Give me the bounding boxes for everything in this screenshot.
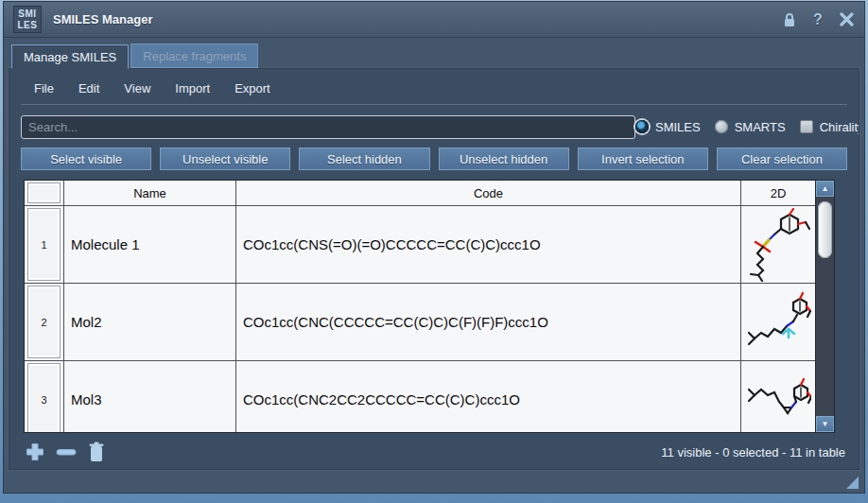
delete-rows-button trash-icon[interactable] bbox=[87, 441, 106, 463]
name-cell[interactable]: Mol3 bbox=[64, 361, 236, 433]
preview-cell bbox=[741, 284, 815, 361]
titlebar: SMI LES SMILES Manager ? bbox=[4, 2, 864, 38]
radio-smarts-label: SMARTS bbox=[735, 120, 786, 134]
status-text: 11 visible - 0 selected - 11 in table bbox=[106, 445, 845, 460]
menu-item-edit[interactable]: Edit bbox=[78, 81, 99, 95]
table-row: 2 Mol2 COc1cc(CNC(CCCCC=CC(C)C)C(F)(F)F)… bbox=[25, 284, 815, 361]
checkbox-chirality[interactable] bbox=[800, 120, 813, 133]
menu-separator bbox=[21, 104, 847, 105]
corner-header-box[interactable] bbox=[27, 182, 61, 203]
window-frame: SMI LES SMILES Manager ? Manage SMILES R… bbox=[3, 1, 865, 494]
radio-smiles[interactable] bbox=[635, 120, 649, 133]
logo-text-top: SMI bbox=[18, 9, 36, 20]
column-header-name[interactable]: Name bbox=[64, 181, 236, 206]
menu-item-export[interactable]: Export bbox=[234, 81, 270, 95]
row-index-cell[interactable]: 2 bbox=[25, 284, 64, 361]
tab-bar: Manage SMILES Replace fragments bbox=[4, 38, 864, 68]
unselect-visible-button[interactable]: Unselect visible bbox=[160, 147, 290, 170]
add-row-button plus-icon[interactable] bbox=[25, 442, 45, 462]
row-index-cell[interactable]: 3 bbox=[25, 361, 64, 433]
menu-bar: File Edit View Import Export bbox=[9, 69, 859, 101]
select-visible-button[interactable]: Select visible bbox=[21, 147, 151, 170]
checkbox-chirality-label: Chirality bbox=[820, 120, 859, 134]
scroll-down-button[interactable]: ▼ bbox=[816, 416, 834, 432]
row-tools bbox=[25, 441, 106, 463]
radio-smarts[interactable] bbox=[715, 120, 728, 133]
preview-cell bbox=[741, 361, 815, 433]
column-header-code[interactable]: Code bbox=[236, 181, 741, 206]
row-index-box: 2 bbox=[27, 286, 61, 358]
resize-grip[interactable] bbox=[846, 477, 859, 489]
tab-manage-smiles[interactable]: Manage SMILES bbox=[11, 44, 129, 69]
menu-item-import[interactable]: Import bbox=[175, 81, 210, 95]
table-row: 1 Molecule 1 COc1cc(CNS(=O)(=O)CCCCC=CC(… bbox=[25, 206, 815, 284]
manage-smiles-panel: File Edit View Import Export SMILES SMAR… bbox=[9, 68, 859, 470]
clear-selection-button[interactable]: Clear selection bbox=[717, 147, 847, 170]
table-footer: 11 visible - 0 selected - 11 in table bbox=[25, 441, 845, 463]
molecule-2d-icon bbox=[745, 208, 811, 282]
tab-replace-fragments[interactable]: Replace fragments bbox=[130, 43, 258, 68]
row-index-box: 1 bbox=[27, 208, 61, 281]
code-cell[interactable]: COc1cc(CNC2CC2CCCCC=CC(C)C)ccc1O bbox=[236, 361, 741, 433]
smiles-manager-window: SMI LES SMILES Manager ? Manage SMILES R… bbox=[0, 0, 868, 503]
scroll-thumb[interactable] bbox=[818, 201, 832, 258]
app-logo: SMI LES bbox=[13, 6, 42, 33]
logo-text-bottom: LES bbox=[18, 20, 38, 31]
molecule-2d-icon bbox=[745, 363, 811, 434]
row-index-cell[interactable]: 1 bbox=[25, 206, 64, 284]
window-controls: ? bbox=[781, 11, 855, 28]
selection-button-row: Select visible Unselect visible Select h… bbox=[21, 147, 847, 170]
molecule-2d-icon bbox=[745, 286, 811, 359]
window-title: SMILES Manager bbox=[53, 12, 781, 26]
help-icon[interactable]: ? bbox=[809, 11, 826, 28]
row-index-box: 3 bbox=[27, 363, 61, 433]
search-input[interactable] bbox=[21, 115, 635, 139]
corner-header-cell bbox=[25, 181, 64, 206]
menu-item-view[interactable]: View bbox=[124, 81, 150, 95]
code-cell[interactable]: COc1cc(CNS(=O)(=O)CCCCC=CC(C)C)ccc1O bbox=[236, 206, 741, 284]
code-cell[interactable]: COc1cc(CNC(CCCCC=CC(C)C)C(F)(F)F)ccc1O bbox=[236, 284, 741, 361]
menu-item-file[interactable]: File bbox=[34, 81, 54, 95]
close-icon[interactable] bbox=[838, 11, 855, 28]
invert-selection-button[interactable]: Invert selection bbox=[578, 147, 708, 170]
search-filters: SMILES SMARTS Chirality bbox=[635, 120, 859, 134]
radio-smiles-label: SMILES bbox=[655, 120, 701, 134]
name-cell[interactable]: Mol2 bbox=[64, 284, 236, 361]
column-header-2d[interactable]: 2D bbox=[741, 181, 815, 206]
vertical-scrollbar[interactable]: ▲ ▼ bbox=[816, 180, 835, 433]
table-header-row: Name Code 2D bbox=[25, 181, 815, 206]
name-cell[interactable]: Molecule 1 bbox=[64, 206, 236, 284]
search-row: SMILES SMARTS Chirality bbox=[21, 114, 847, 139]
lock-icon[interactable] bbox=[781, 11, 798, 28]
unselect-hidden-button[interactable]: Unselect hidden bbox=[439, 147, 569, 170]
scroll-up-button[interactable]: ▲ bbox=[816, 181, 834, 197]
smiles-table: Name Code 2D 1 Molecule 1 COc1cc(CNS(=O)… bbox=[24, 180, 816, 433]
remove-row-button minus-icon[interactable] bbox=[55, 442, 78, 462]
bottom-chrome bbox=[4, 470, 864, 493]
smiles-table-zone: Name Code 2D 1 Molecule 1 COc1cc(CNS(=O)… bbox=[24, 180, 847, 433]
select-hidden-button[interactable]: Select hidden bbox=[299, 147, 429, 170]
table-row: 3 Mol3 COc1cc(CNC2CC2CCCCC=CC(C)C)ccc1O bbox=[25, 361, 815, 433]
preview-cell bbox=[741, 206, 815, 284]
